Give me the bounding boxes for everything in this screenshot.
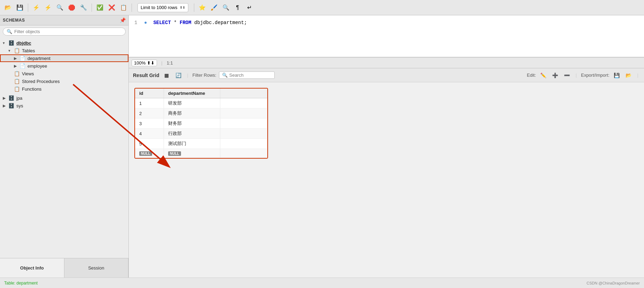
pin-icon[interactable]: 📌 (120, 17, 126, 23)
execute-button[interactable]: ⚡ (31, 2, 41, 13)
chevron-jpa: ▶ (3, 96, 7, 100)
inspect-button[interactable]: 🔧 (78, 2, 89, 13)
limit-select[interactable]: Limit to 1000 rows ⬆⬇ (138, 3, 188, 12)
tree-item-functions[interactable]: 📋 Functions (0, 85, 128, 93)
toolbar-separator-1 (28, 3, 28, 12)
toggle-button[interactable]: 📋 (118, 2, 129, 13)
grid-view-button[interactable]: ▦ (162, 71, 171, 80)
main-toolbar: 📂 💾 ⚡ ⚡ 🔍 🛑 🔧 ✅ ❌ 📋 Limit to 1000 rows ⬆… (0, 0, 644, 15)
format-button[interactable]: ¶ (233, 2, 243, 13)
chevron-sys: ▶ (3, 104, 7, 108)
tree-label-department: department (28, 56, 126, 61)
open-button[interactable]: 📂 (3, 2, 13, 13)
star-button[interactable]: ⭐ (197, 2, 207, 13)
cell-extra-2 (220, 108, 267, 119)
cell-null-extra (220, 149, 267, 158)
cell-name-1: 研发部 (164, 98, 220, 108)
cell-extra-1 (220, 98, 267, 108)
table-icon-employee: 📄 (19, 63, 25, 69)
chevron-department: ▶ (14, 56, 18, 61)
col-extra-header (220, 89, 267, 98)
sql-star: * (174, 20, 180, 25)
search-icon: 🔍 (7, 29, 12, 34)
sql-from-kw: FROM (180, 20, 191, 25)
rollback-button[interactable]: ❌ (107, 2, 117, 13)
toolbar-separator-result: | (187, 73, 188, 78)
filter-input[interactable] (14, 29, 122, 34)
cell-extra-5 (220, 139, 267, 149)
tree-item-department[interactable]: ▶ 📄 department (0, 54, 128, 62)
toolbar-separator-export: | (576, 73, 577, 78)
zoom-level: 100% (134, 60, 146, 66)
tree-label-sys: sys (16, 103, 126, 108)
sql-text: SELECT * FROM dbjdbc.department; (153, 19, 247, 26)
toolbar-separator-end: | (637, 73, 638, 78)
stop-button[interactable]: 🛑 (66, 2, 77, 13)
save-button[interactable]: 💾 (15, 2, 25, 13)
chevron-tables: ▾ (8, 48, 13, 53)
result-table-wrapper: id departmentName 1 研发部 (134, 88, 268, 159)
edit-pencil-button[interactable]: ✏️ (539, 71, 548, 80)
tree-item-employee[interactable]: ▶ 📄 employee (0, 62, 128, 70)
table-row[interactable]: 2 商务部 (135, 108, 267, 119)
filter-rows-search[interactable]: 🔍 (219, 71, 275, 79)
main-area: SCHEMAS 📌 🔍 ▾ 🗄️ dbjdbc ▾ 📋 Tables ▶ (0, 15, 644, 278)
table-row-null[interactable]: NULL NULL (135, 149, 267, 158)
sql-editor[interactable]: 1 ● SELECT * FROM dbjdbc.department; (129, 15, 644, 57)
sql-select-kw: SELECT (153, 20, 171, 25)
filter-search-icon: 🔍 (222, 73, 228, 78)
toolbar-separator-4 (194, 3, 194, 12)
import-button[interactable]: 📂 (624, 71, 633, 80)
edit-delete-button[interactable]: ➖ (563, 71, 572, 80)
functions-icon: 📋 (14, 86, 20, 92)
edit-add-button[interactable]: ➕ (551, 71, 560, 80)
schema-tree: ▾ 🗄️ dbjdbc ▾ 📋 Tables ▶ 📄 department ▶ … (0, 38, 128, 258)
wrap-button[interactable]: ↵ (244, 2, 255, 13)
zoom-bar: 100% ⬆⬇ | 1:1 (129, 57, 644, 68)
tables-icon: 📋 (14, 48, 20, 53)
stored-procedures-icon: 📋 (14, 78, 20, 84)
brush-button[interactable]: 🖌️ (209, 2, 219, 13)
cell-null-id: NULL (135, 149, 164, 158)
tree-item-views[interactable]: 📋 Views (0, 70, 128, 77)
line-number: 1 (134, 19, 140, 26)
cell-extra-3 (220, 119, 267, 129)
execute-selection-button[interactable]: ⚡ (43, 2, 53, 13)
cell-id-2: 2 (135, 108, 164, 119)
cell-id-5: 5 (135, 139, 164, 149)
export-button[interactable]: 💾 (612, 71, 621, 80)
sidebar: SCHEMAS 📌 🔍 ▾ 🗄️ dbjdbc ▾ 📋 Tables ▶ (0, 15, 129, 278)
edit-label: Edit: (527, 73, 536, 78)
commit-button[interactable]: ✅ (95, 2, 105, 13)
tree-label-views: Views (22, 71, 126, 76)
tree-label-dbjdbc: dbjdbc (16, 40, 126, 46)
tab-session[interactable]: Session (64, 258, 129, 278)
refresh-button[interactable]: 🔄 (174, 71, 183, 80)
filter-rows-input[interactable] (229, 73, 272, 78)
zoom-select[interactable]: 100% ⬆⬇ (132, 60, 157, 66)
tab-object-info[interactable]: Object Info (0, 258, 64, 278)
filter-search-bar[interactable]: 🔍 (3, 28, 126, 36)
tree-item-sys[interactable]: ▶ 🗄️ sys (0, 102, 128, 109)
table-row[interactable]: 4 行政部 (135, 129, 267, 139)
tree-item-tables[interactable]: ▾ 📋 Tables (0, 47, 128, 54)
tree-item-jpa[interactable]: ▶ 🗄️ jpa (0, 94, 128, 102)
result-grid-label: Result Grid (133, 73, 159, 78)
zoom-button[interactable]: 🔍 (221, 2, 231, 13)
result-grid-container: id departmentName 1 研发部 (129, 82, 644, 278)
toolbar-separator-2 (92, 3, 92, 12)
tree-label-tables: Tables (22, 48, 126, 53)
table-row[interactable]: 1 研发部 (135, 98, 267, 108)
table-row[interactable]: 5 测试部门 (135, 139, 267, 149)
tree-label-employee: employee (28, 63, 126, 69)
cell-id-4: 4 (135, 129, 164, 139)
tree-item-dbjdbc[interactable]: ▾ 🗄️ dbjdbc (0, 39, 128, 47)
export-label: Export/Import: (581, 73, 610, 78)
table-icon-department: 📄 (19, 55, 25, 61)
explain-button[interactable]: 🔍 (55, 2, 65, 13)
limit-arrow-icon: ⬆⬇ (180, 6, 185, 9)
sidebar-header: SCHEMAS 📌 (0, 15, 128, 25)
tree-item-stored-procedures[interactable]: 📋 Stored Procedures (0, 77, 128, 85)
table-row[interactable]: 3 财务部 (135, 119, 267, 129)
null-badge-name: NULL (168, 151, 181, 156)
